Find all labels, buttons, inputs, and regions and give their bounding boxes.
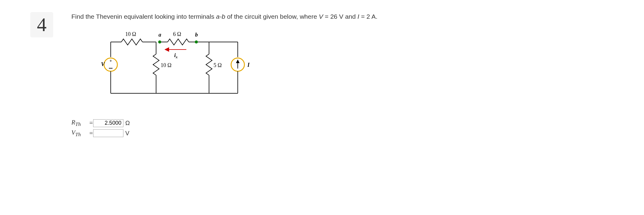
answer-block: RTh = Ω VTh = V [71,119,614,137]
label-V: V [101,61,105,67]
label-r-vert-mid: 10 Ω [161,62,172,68]
rth-unit: Ω [125,120,130,127]
rth-label: RTh [71,119,89,127]
vth-eq: = [89,130,93,137]
rth-input[interactable] [93,119,123,127]
circuit-diagram: 10 Ω a 6 Ω b + V [90,27,614,107]
vth-label: VTh [71,129,89,138]
vth-row: VTh = V [71,129,614,138]
label-node-b: b [195,32,198,38]
label-ix: ix [174,52,178,59]
label-node-a: a [159,32,161,38]
prompt-part-2: of the circuit given below, where [225,13,319,20]
question-content: Find the Thevenin equivalent looking int… [71,12,614,139]
label-r-vert-right: 5 Ω [214,62,222,68]
prompt-ab: a-b [216,13,225,20]
prompt-eq2: = 2 A. [359,13,378,20]
prompt-text: Find the Thevenin equivalent looking int… [71,12,614,21]
prompt-part-1: Find the Thevenin equivalent looking int… [71,13,216,20]
prompt-eq1: = 26 V and [323,13,358,20]
vth-unit: V [125,130,129,137]
label-r-top-mid: 6 Ω [173,31,181,37]
label-r-top-left: 10 Ω [125,31,136,37]
vth-input[interactable] [93,129,123,137]
terminal-a [158,40,161,43]
terminal-b [195,40,198,43]
vsource-plus: + [110,58,112,63]
rth-eq: = [89,119,93,127]
rth-row: RTh = Ω [71,119,614,127]
svg-marker-10 [165,48,169,51]
prompt-V: V [319,13,323,20]
label-I: I [247,62,250,68]
question-container: 4 Find the Thevenin equivalent looking i… [30,12,614,139]
circuit-svg: 10 Ω a 6 Ω b + V [90,27,259,105]
question-number: 4 [30,12,53,37]
